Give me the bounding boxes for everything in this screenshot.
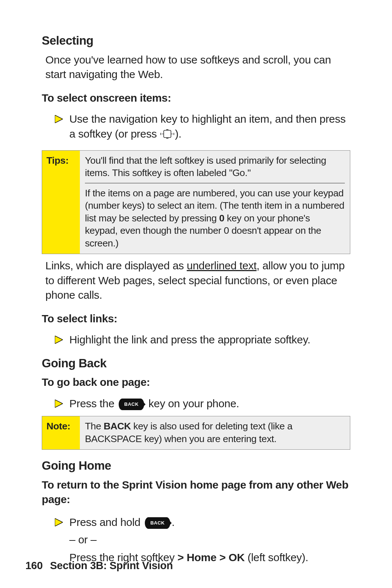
- links-underlined-text: underlined text: [187, 260, 257, 271]
- note-text-a: The: [85, 421, 103, 432]
- bullet-select-item: Use the navigation key to highlight an i…: [55, 112, 350, 142]
- ok-key-icon: [160, 128, 175, 143]
- bullet-text-part-a: Use the navigation key to highlight an i…: [69, 113, 346, 140]
- bullet-text-part-b: ).: [175, 128, 181, 140]
- subhead-select-items: To select onscreen items:: [42, 91, 350, 106]
- go-home-text-b: .: [172, 516, 175, 528]
- page-number: 160: [25, 559, 47, 573]
- subhead-go-back: To go back one page:: [42, 375, 350, 390]
- tips-divider: [85, 183, 345, 183]
- heading-going-home: Going Home: [42, 458, 350, 474]
- note-label: Note:: [42, 416, 80, 449]
- triangle-bullet-icon: [55, 115, 63, 123]
- triangle-bullet-icon: [55, 400, 63, 408]
- go-home-alt-b: > Home > OK: [177, 551, 245, 563]
- selecting-intro: Once you've learned how to use softkeys …: [45, 53, 350, 82]
- tips-row-2: If the items on a page are numbered, you…: [85, 187, 345, 249]
- links-paragraph: Links, which are displayed as underlined…: [45, 258, 350, 303]
- subhead-go-home: To return to the Sprint Vision home page…: [42, 478, 350, 507]
- bullet-text: Highlight the link and press the appropr…: [69, 332, 350, 347]
- svg-marker-10: [55, 518, 63, 526]
- tips-row-1: You'll find that the left softkey is use…: [85, 154, 345, 179]
- section-label: Section 3B: Sprint Vision: [50, 560, 173, 571]
- note-key: BACK: [103, 421, 131, 432]
- tips-content: You'll find that the left softkey is use…: [80, 151, 350, 254]
- svg-marker-0: [55, 115, 63, 123]
- svg-marker-9: [55, 400, 63, 408]
- heading-going-back: Going Back: [42, 355, 350, 372]
- bullet-go-home: Press and hold BACK. – or – Press the ri…: [55, 515, 350, 565]
- triangle-bullet-icon: [55, 336, 63, 344]
- back-key-icon: BACK: [119, 399, 144, 410]
- triangle-bullet-icon: [55, 518, 63, 526]
- page: Selecting Once you've learned how to use…: [0, 0, 392, 588]
- note-content: The BACK key is also used for deleting t…: [80, 416, 350, 449]
- svg-rect-1: [164, 130, 171, 138]
- svg-marker-8: [55, 336, 63, 344]
- heading-selecting: Selecting: [42, 33, 350, 49]
- bullet-text: Press the BACK key on your phone.: [69, 396, 350, 411]
- tips-row-2-key: 0: [219, 213, 224, 224]
- subhead-select-links: To select links:: [42, 311, 350, 326]
- go-back-text-a: Press the: [69, 397, 117, 409]
- bullet-text: Use the navigation key to highlight an i…: [69, 112, 350, 142]
- links-text-a: Links, which are displayed as: [45, 260, 187, 271]
- bullet-go-back: Press the BACK key on your phone.: [55, 396, 350, 411]
- go-back-text-b: key on your phone.: [146, 397, 239, 409]
- go-home-text-a: Press and hold: [69, 516, 143, 528]
- back-key-icon: BACK: [145, 517, 170, 529]
- go-home-alt-c: (left softkey).: [245, 551, 308, 563]
- tips-label: Tips:: [42, 151, 80, 254]
- or-separator: – or –: [69, 532, 350, 547]
- note-callout: Note: The BACK key is also used for dele…: [42, 416, 350, 450]
- tips-callout: Tips: You'll find that the left softkey …: [42, 150, 350, 254]
- page-footer: 160 Section 3B: Sprint Vision: [25, 559, 173, 573]
- bullet-text: Press and hold BACK. – or – Press the ri…: [69, 515, 350, 565]
- bullet-select-link: Highlight the link and press the appropr…: [55, 332, 350, 347]
